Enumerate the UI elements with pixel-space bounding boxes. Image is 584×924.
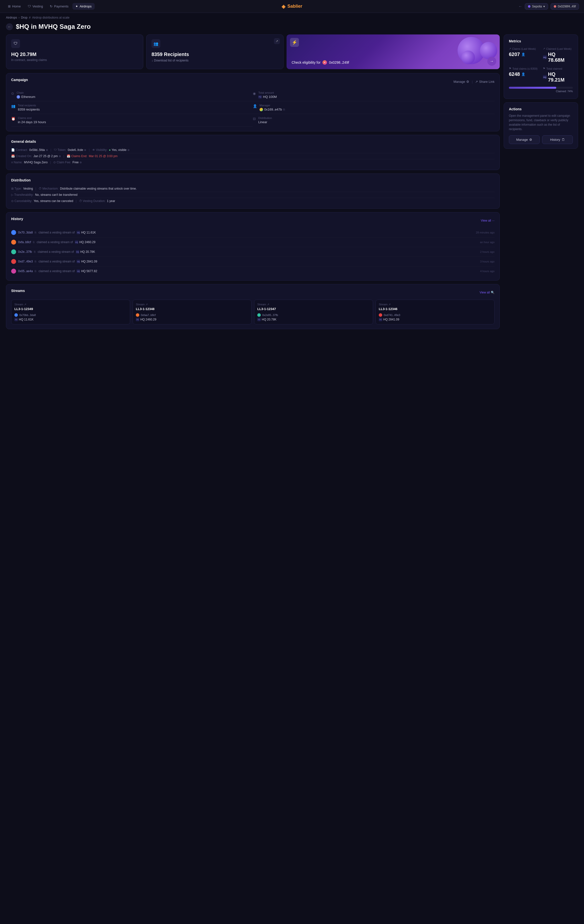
- stream-amount: HQ HQ 2460.29: [136, 318, 248, 321]
- manager-copy-icon[interactable]: ⎘: [283, 108, 285, 111]
- history-time: an hour ago: [480, 241, 495, 244]
- flag-icon-2: ⚑: [543, 67, 545, 70]
- history-time: 2 hours ago: [480, 250, 495, 253]
- total-recipients-content: Total recipients 8359 recipients: [18, 104, 40, 111]
- cancel-key: ⊙ Cancelability:: [11, 199, 32, 203]
- nav-airdrops[interactable]: ✦ Airdrops: [73, 3, 94, 10]
- nav-payments[interactable]: ↻ Payments: [47, 3, 71, 10]
- vis-settings-icon: ⚙: [127, 149, 130, 152]
- breadcrumb-sep1: ›: [18, 16, 20, 19]
- trend-icon-1: ↗: [509, 47, 511, 50]
- hq-icon-metric2: HQ: [543, 75, 547, 79]
- stream-user: 0xd741..49e3: [379, 313, 491, 317]
- manage-label: Manage: [454, 80, 465, 84]
- gen-row-2: 📅 Created On: Jan 27 25 @ 2 pm ⚙ | 📅 Cla…: [11, 153, 495, 159]
- total-amount-label: Total amount: [258, 91, 277, 94]
- stream-user-addr: 0x70bb..3da8: [19, 314, 36, 317]
- history-copy-icon[interactable]: ⎘: [35, 270, 36, 273]
- manager-label: Manager: [259, 104, 285, 107]
- history-copy-icon[interactable]: ⎘: [35, 260, 36, 263]
- history-item: 0x2e..37fb ⎘ claimed a vesting stream of…: [11, 247, 495, 257]
- calendar-icon: 📅: [11, 154, 15, 158]
- stream-card[interactable]: Stream ↗ LL3-1-12346 0xd741..49e3 HQ HQ …: [376, 300, 495, 325]
- streams-title: Streams: [11, 289, 25, 293]
- history-amount: HQ HQ 20.78K: [76, 250, 95, 254]
- chain-label: Chain: [16, 91, 35, 94]
- airdrops-icon: ✦: [75, 5, 78, 8]
- chain-selector[interactable]: Sepolia ▾: [525, 3, 548, 10]
- history-amount: HQ HQ 11.61K: [77, 231, 96, 234]
- metrics-grid: ↗ Claims (Last Week) 6207 👤 ↗ Claimed (L…: [509, 47, 573, 83]
- history-address: 0x70..3da8: [18, 231, 33, 234]
- back-arrow[interactable]: ←: [518, 4, 522, 9]
- manager-avatar: [259, 108, 263, 111]
- distribution-value: Linear: [258, 120, 272, 124]
- elig-bolt-icon: ⚡: [290, 38, 299, 47]
- breadcrumb: Airdrops › Drop # Airdrop distributions …: [0, 13, 584, 21]
- streams-section: Streams View all 🔍 Stream ↗ LL3-1-12349 …: [6, 284, 500, 329]
- streams-search-icon: 🔍: [491, 291, 495, 294]
- history-address: 0xfa..b8cf: [18, 241, 31, 244]
- history-copy-icon[interactable]: ⎘: [34, 250, 36, 253]
- progress-label: Claimed: 74%: [509, 90, 573, 93]
- streams-view-all[interactable]: View all 🔍: [480, 291, 495, 294]
- back-button[interactable]: ←: [6, 23, 13, 30]
- manage-btn-icon: ⚙: [529, 138, 532, 142]
- nav-payments-label: Payments: [54, 5, 68, 8]
- hq-history-icon: HQ: [77, 269, 80, 273]
- fee-icon: ⊙: [53, 161, 56, 164]
- stream-card[interactable]: Stream ↗ LL3-1-12349 0x70bb..3da8 HQ HQ …: [11, 300, 130, 325]
- share-link[interactable]: ↗ Share Link: [475, 80, 495, 84]
- download-icon: ↓: [152, 59, 153, 62]
- nav-vesting[interactable]: 🛡 Vesting: [25, 3, 46, 10]
- page-title: $HQ in MVHQ Saga Zero: [16, 23, 91, 30]
- dist-row-1: ⊞ Type: Vesting | ⏱ Mechanism: Distribut…: [11, 186, 495, 192]
- history-list: 0x70..3da8 ⎘ claimed a vesting stream of…: [11, 228, 495, 276]
- breadcrumb-parent[interactable]: Drop: [21, 16, 28, 19]
- metrics-card: Metrics ↗ Claims (Last Week) 6207 👤 ↗: [504, 35, 578, 99]
- right-column: Metrics ↗ Claims (Last Week) 6207 👤 ↗: [504, 35, 578, 333]
- elig-arrow-button[interactable]: →: [487, 57, 496, 66]
- history-action: claimed a vesting stream of: [37, 241, 73, 244]
- campaign-title: Campaign: [11, 78, 28, 82]
- nav-home[interactable]: ⊞ Home: [5, 3, 24, 10]
- claims-end-date-val: Mar 01 25 @ 3:00 pm: [89, 154, 117, 158]
- history-button[interactable]: History 🗒: [542, 135, 573, 144]
- claim-fee-val: Free ⚙: [73, 161, 82, 164]
- streams-header: Streams View all 🔍: [11, 289, 495, 296]
- history-copy-icon[interactable]: ⎘: [35, 231, 36, 234]
- manage-button[interactable]: Manage ⚙: [509, 135, 539, 144]
- name-icon: ≡: [11, 161, 13, 164]
- left-column: 🛡 HQ 20.79M In contract, awaiting claims…: [6, 35, 500, 333]
- general-details-section: General details 📄 Contract: 0x58d..5fda …: [6, 135, 500, 170]
- history-btn-label: History: [550, 138, 560, 142]
- sphere-3: [461, 51, 475, 64]
- token-settings-icon: ⚙: [84, 149, 86, 152]
- history-item: 0x05..ae4a ⎘ claimed a vesting stream of…: [11, 266, 495, 276]
- history-section: History View all ··· 0x70..3da8 ⎘ claime…: [6, 212, 500, 280]
- stream-card[interactable]: Stream ↗ LL3-1-12348 0xfaa7..b8cf HQ HQ …: [133, 300, 252, 325]
- stream-card[interactable]: Stream ↗ LL3-1-12347 0x2e85..37fb HQ HQ …: [254, 300, 373, 325]
- claimed-last-week-metric: ↗ Claimed (Last Week) HQ HQ 78.68M: [543, 47, 573, 63]
- addr-dot: [554, 5, 556, 8]
- claimed-lw-label: ↗ Claimed (Last Week): [543, 47, 573, 50]
- breadcrumb-root[interactable]: Airdrops: [6, 16, 17, 19]
- cancel-icon: ⊙: [11, 199, 14, 203]
- history-copy-icon[interactable]: ⎘: [33, 241, 35, 244]
- vesting-icon: 🛡: [28, 5, 31, 8]
- contract-card: 🛡 HQ 20.79M In contract, awaiting claims: [6, 35, 143, 69]
- nav-vesting-label: Vesting: [33, 5, 43, 8]
- history-avatar: [11, 230, 16, 235]
- hq-icon-1: HQ: [258, 95, 262, 99]
- total-person-icon: 👤: [521, 73, 525, 76]
- recipients-arrow-btn[interactable]: ↗: [274, 38, 280, 44]
- stream-hq-icon: HQ: [257, 318, 261, 321]
- claims-lw-label: ↗ Claims (Last Week): [509, 47, 539, 50]
- created-settings-icon: ⚙: [59, 155, 61, 158]
- history-view-all[interactable]: View all ···: [481, 219, 495, 222]
- manage-link[interactable]: Manage ⚙: [454, 80, 469, 84]
- history-item: 0x70..3da8 ⎘ claimed a vesting stream of…: [11, 228, 495, 238]
- address-selector[interactable]: 0x0298f4..49f: [551, 3, 579, 10]
- recipients-download-link[interactable]: ↓ Download list of recipients: [152, 59, 278, 62]
- type-val: Vesting: [23, 187, 33, 190]
